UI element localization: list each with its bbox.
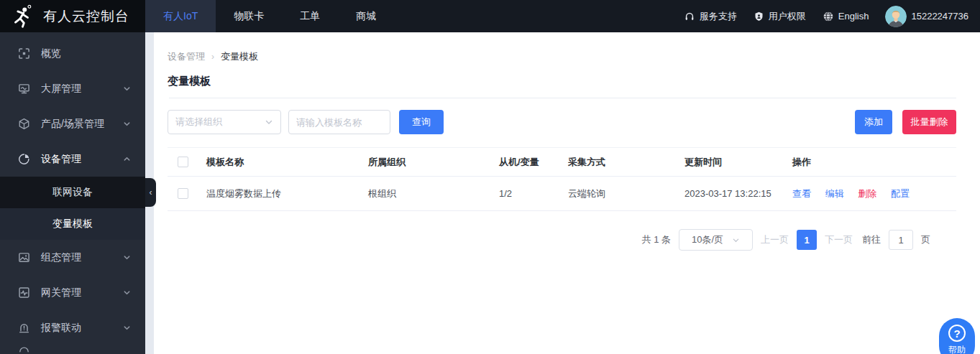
support-label: 服务支持	[700, 10, 737, 23]
chevron-down-icon	[123, 324, 131, 332]
goto-suffix: 页	[921, 233, 930, 246]
breadcrumb-parent[interactable]: 设备管理	[168, 50, 205, 63]
alarm-icon	[18, 322, 30, 334]
view-link[interactable]: 查看	[792, 188, 811, 199]
page-number-1[interactable]: 1	[797, 230, 817, 250]
cell-org: 根组织	[365, 177, 496, 211]
language-label: English	[838, 11, 869, 22]
breadcrumb-current: 变量模板	[221, 50, 258, 63]
sidebar-subitem-networked-devices[interactable]: 联网设备	[0, 177, 145, 208]
sidebar-item-device-mgmt[interactable]: 设备管理	[0, 141, 145, 177]
table-header-row: 模板名称 所属组织 从机/变量 采集方式 更新时间 操作	[168, 148, 956, 177]
sidebar-item-product-scene-mgmt[interactable]: 产品/场景管理	[0, 106, 145, 141]
cell-collect: 云端轮询	[565, 177, 682, 211]
image-icon	[18, 251, 30, 264]
page-size-value: 10条/页	[692, 233, 723, 246]
sidebar-item-gateway-mgmt[interactable]: 网关管理	[0, 275, 145, 310]
avatar	[885, 6, 907, 27]
question-mark-icon: ?	[948, 325, 966, 342]
page-size-select[interactable]: 10条/页	[679, 229, 753, 251]
topnav-tab-iot[interactable]: 有人IoT	[145, 0, 216, 32]
chevron-down-icon	[265, 118, 273, 126]
sidebar-item-label: 概览	[41, 47, 61, 60]
headset-icon	[684, 11, 695, 22]
template-name-input[interactable]	[288, 110, 390, 134]
chevron-down-icon	[123, 120, 131, 128]
cell-slave-var: 1/2	[496, 177, 565, 211]
goto-page-input[interactable]	[889, 230, 913, 250]
sidebar-item-alarm-linkage[interactable]: 报警联动	[0, 310, 145, 345]
topbar-right: 服务支持 用户权限 English	[674, 0, 980, 32]
org-select[interactable]: 请选择组织	[168, 110, 281, 134]
sidebar-item-label: 大屏管理	[41, 83, 81, 96]
column-header-org: 所属组织	[365, 148, 496, 177]
account-number: 15222247736	[911, 11, 968, 22]
sidebar: 概览 大屏管理 产品/场景管理	[0, 32, 145, 354]
chevron-down-icon	[732, 236, 740, 244]
page-title: 变量模板	[168, 75, 956, 88]
goto-prefix: 前往	[862, 233, 881, 246]
table-row: 温度烟雾数据上传 根组织 1/2 云端轮询 2023-03-17 13:22:1…	[168, 177, 956, 211]
chevron-down-icon	[123, 253, 131, 261]
column-header-collect: 采集方式	[565, 148, 682, 177]
row-checkbox[interactable]	[178, 188, 188, 199]
sidebar-item-label: 组态管理	[41, 251, 81, 264]
topbar: 有人云控制台 有人IoT 物联卡 工单 商城 服务支持	[0, 0, 980, 32]
permissions-menu[interactable]: 用户权限	[754, 10, 806, 23]
topnav-tab-workorder[interactable]: 工单	[282, 0, 338, 32]
breadcrumb: 设备管理 › 变量模板	[168, 32, 956, 63]
column-header-updated: 更新时间	[682, 148, 789, 177]
column-header-name: 模板名称	[203, 148, 365, 177]
sidebar-item-label: 产品/场景管理	[41, 118, 104, 131]
topnav-tab-mall[interactable]: 商城	[338, 0, 394, 32]
sidebar-item-scada-mgmt[interactable]: 组态管理	[0, 240, 145, 275]
pagination: 共 1 条 10条/页 上一页 1 下一页 前往 页	[168, 229, 956, 251]
sidebar-item-label: 报警联动	[41, 322, 81, 335]
help-button[interactable]: ? 帮助	[939, 318, 975, 354]
logo-running-man-icon	[9, 4, 34, 29]
brand: 有人云控制台	[0, 0, 145, 32]
globe-icon	[823, 11, 834, 22]
batch-delete-button[interactable]: 批量删除	[902, 110, 956, 134]
topnav-tab-sim[interactable]: 物联卡	[216, 0, 282, 32]
chevron-up-icon	[123, 155, 131, 163]
topnav: 有人IoT 物联卡 工单 商城	[145, 0, 394, 32]
sidebar-item-partial	[0, 345, 145, 353]
sidebar-item-label: 网关管理	[41, 287, 81, 299]
add-button[interactable]: 添加	[855, 110, 892, 134]
gateway-icon	[18, 287, 30, 299]
sidebar-item-screen-mgmt[interactable]: 大屏管理	[0, 71, 145, 106]
next-page-button[interactable]: 下一页	[825, 233, 853, 246]
account-menu[interactable]: 15222247736	[885, 6, 968, 27]
brand-title: 有人云控制台	[43, 7, 129, 26]
prev-page-button[interactable]: 上一页	[761, 233, 789, 246]
language-menu[interactable]: English	[823, 11, 869, 22]
config-link[interactable]: 配置	[891, 188, 910, 199]
column-header-actions: 操作	[789, 148, 956, 177]
chevron-down-icon	[123, 289, 131, 297]
breadcrumb-separator-icon: ›	[211, 52, 214, 62]
cube-icon	[18, 118, 30, 130]
overview-icon	[18, 47, 30, 60]
search-button[interactable]: 查询	[399, 110, 444, 134]
filter-bar: 请选择组织 查询 添加 批量删除	[168, 110, 956, 134]
select-all-checkbox[interactable]	[178, 157, 188, 167]
column-header-slave-var: 从机/变量	[496, 148, 565, 177]
support-menu[interactable]: 服务支持	[684, 10, 737, 23]
help-label: 帮助	[948, 344, 966, 354]
screen-icon	[18, 83, 30, 95]
cell-updated: 2023-03-17 13:22:15	[682, 177, 789, 211]
edit-link[interactable]: 编辑	[825, 188, 844, 199]
permissions-label: 用户权限	[769, 10, 806, 23]
cell-template-name: 温度烟雾数据上传	[203, 177, 365, 211]
chevron-down-icon	[123, 85, 131, 93]
title-divider	[169, 98, 956, 98]
org-select-placeholder: 请选择组织	[175, 116, 222, 129]
sidebar-item-overview[interactable]: 概览	[0, 36, 145, 71]
pie-chart-icon	[18, 153, 30, 165]
delete-link[interactable]: 删除	[858, 188, 876, 199]
pagination-total: 共 1 条	[642, 233, 671, 246]
sidebar-collapse-handle[interactable]: ‹	[145, 178, 156, 207]
sidebar-subitem-variable-template[interactable]: 变量模板	[0, 208, 145, 240]
template-table: 模板名称 所属组织 从机/变量 采集方式 更新时间 操作 温度烟雾数据上传 根组…	[168, 147, 956, 211]
